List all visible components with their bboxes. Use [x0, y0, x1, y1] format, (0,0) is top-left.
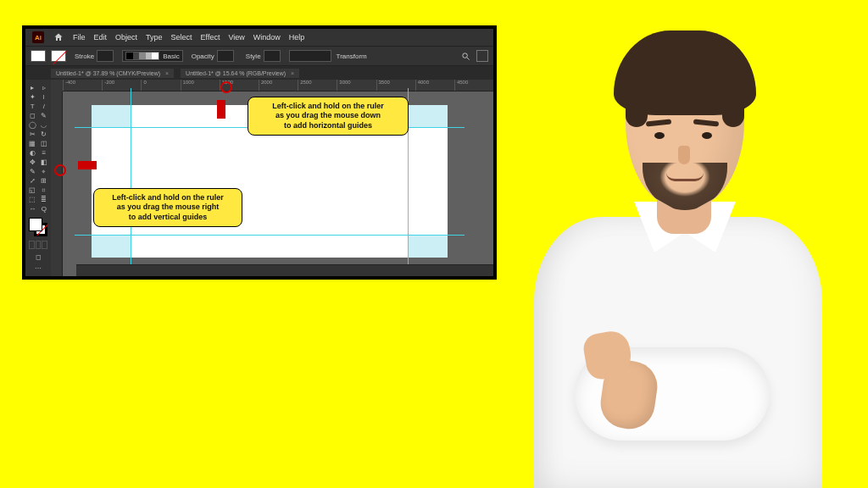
tool-button[interactable]: ◐ — [27, 148, 38, 158]
fill-color-icon[interactable] — [29, 218, 42, 231]
tool-button[interactable]: ⤢ — [27, 176, 38, 186]
ruler-tick: -200 — [102, 80, 141, 91]
canvas-area[interactable]: -400-20001000150020002500300035004000450… — [51, 80, 493, 276]
arrow-down-icon — [217, 100, 225, 119]
horizontal-guide[interactable] — [75, 235, 465, 236]
screen-mode-button[interactable]: ◻ — [29, 252, 47, 262]
annotation-marker-icon — [220, 81, 232, 93]
vertical-ruler[interactable] — [51, 92, 63, 276]
annotation-marker-icon — [54, 164, 66, 176]
menu-object[interactable]: Object — [115, 33, 137, 42]
style-label: Style — [246, 53, 261, 60]
tool-button[interactable]: ◱ — [27, 186, 38, 195]
app-logo-icon: Ai — [32, 31, 44, 43]
tool-button[interactable]: ↻ — [39, 130, 50, 139]
tool-button[interactable]: ▹ — [39, 83, 50, 92]
tab-label: Untitled-1* @ 15.64 % (RGB/Preview) — [186, 70, 286, 76]
tool-button[interactable]: ◧ — [39, 158, 50, 167]
menu-edit[interactable]: Edit — [94, 33, 108, 42]
menu-help[interactable]: Help — [289, 33, 305, 42]
menu-type[interactable]: Type — [146, 33, 163, 42]
edit-toolbar-button[interactable]: ⋯ — [29, 263, 47, 273]
tool-button[interactable]: Q — [39, 204, 50, 214]
ruler-tick: 4500 — [454, 80, 493, 91]
tool-button[interactable]: ↔ — [27, 204, 38, 214]
brush-label: Basic — [163, 53, 180, 60]
close-icon[interactable]: × — [165, 70, 169, 76]
menu-file[interactable]: File — [73, 33, 86, 42]
tool-button[interactable]: ◡ — [39, 120, 50, 130]
tool-button[interactable]: ◫ — [39, 139, 50, 148]
tool-button[interactable]: ◻ — [27, 111, 38, 120]
tool-button[interactable]: ⌖ — [39, 167, 50, 176]
tool-button[interactable]: ≡ — [39, 148, 50, 158]
tool-button[interactable]: / — [39, 102, 50, 111]
ruler-origin[interactable] — [51, 80, 63, 92]
home-icon[interactable] — [53, 31, 64, 43]
illustrator-app-window: Ai File Edit Object Type Select Effect V… — [22, 25, 497, 280]
vertical-guide[interactable] — [131, 88, 131, 274]
tools-panel: ▸▹✦≀T/◻✎◯◡✂↻▦◫◐≡✥◧✎⌖⤢⊞◱⌗⬚≣↔Q ◻ ⋯ — [25, 80, 51, 276]
document-tab-bar: Untitled-1* @ 37.89 % (CMYK/Preview) × U… — [25, 66, 493, 80]
horizontal-ruler[interactable]: -400-20001000150020002500300035004000450… — [63, 80, 493, 92]
presenter-photo — [526, 30, 831, 488]
tool-button[interactable]: ▸ — [27, 83, 38, 92]
tool-button[interactable]: ✎ — [39, 111, 50, 120]
svg-point-0 — [462, 53, 467, 58]
document-tab[interactable]: Untitled-1* @ 15.64 % (RGB/Preview) × — [181, 69, 299, 78]
align-buttons[interactable] — [289, 50, 331, 62]
arrow-right-icon — [78, 161, 97, 169]
tool-button[interactable]: ✂ — [27, 130, 38, 139]
stroke-weight-dropdown[interactable] — [97, 50, 114, 62]
color-mode-buttons[interactable] — [29, 241, 47, 249]
tool-button[interactable]: ≀ — [39, 92, 50, 102]
callout-vertical-guides: Left-click and hold on the ruleras you d… — [93, 188, 242, 227]
brush-preview-icon — [125, 52, 159, 60]
style-dropdown[interactable] — [264, 50, 281, 62]
menu-bar: Ai File Edit Object Type Select Effect V… — [25, 29, 493, 46]
tab-label: Untitled-1* @ 37.89 % (CMYK/Preview) — [56, 70, 160, 76]
ruler-tick: 2500 — [298, 80, 337, 91]
ruler-tick: 3500 — [376, 80, 415, 91]
control-bar: Stroke Basic Opacity Style Transform — [25, 46, 493, 66]
ruler-tick: 0 — [141, 80, 180, 91]
ruler-tick: 1000 — [181, 80, 220, 91]
stroke-label: Stroke — [75, 53, 94, 60]
tool-button[interactable]: ◯ — [27, 120, 38, 130]
transform-label[interactable]: Transform — [337, 53, 367, 60]
tool-button[interactable]: ⊞ — [39, 176, 50, 186]
ruler-tick: 3000 — [337, 80, 376, 91]
opacity-dropdown[interactable] — [217, 50, 234, 62]
tool-button[interactable]: ✎ — [27, 167, 38, 176]
arrange-docs-icon[interactable] — [476, 50, 488, 62]
tool-button[interactable]: ✦ — [27, 92, 38, 102]
tool-button[interactable]: ⬚ — [27, 195, 38, 204]
ruler-tick: 4000 — [415, 80, 454, 91]
search-icon[interactable] — [459, 50, 471, 62]
menu-select[interactable]: Select — [171, 33, 192, 42]
tool-button[interactable]: ✥ — [27, 158, 38, 167]
tool-button[interactable]: T — [27, 102, 38, 111]
ruler-tick: -400 — [63, 80, 102, 91]
close-icon[interactable]: × — [291, 70, 294, 76]
stroke-swatch[interactable] — [51, 50, 66, 62]
svg-line-1 — [466, 57, 469, 59]
fill-swatch[interactable] — [31, 50, 46, 62]
fill-stroke-indicator[interactable] — [29, 218, 47, 236]
tool-button[interactable]: ⌗ — [39, 186, 50, 195]
menu-effect[interactable]: Effect — [201, 33, 220, 42]
ruler-tick: 2000 — [259, 80, 298, 91]
status-bar — [76, 264, 493, 276]
opacity-label: Opacity — [192, 53, 214, 60]
tool-button[interactable]: ≣ — [39, 195, 50, 204]
menu-view[interactable]: View — [228, 33, 244, 42]
document-tab[interactable]: Untitled-1* @ 37.89 % (CMYK/Preview) × — [51, 69, 174, 78]
menu-window[interactable]: Window — [253, 33, 281, 42]
tool-button[interactable]: ▦ — [27, 139, 38, 148]
brush-dropdown[interactable]: Basic — [122, 50, 183, 62]
callout-horizontal-guides: Left-click and hold on the ruleras you d… — [248, 97, 409, 136]
